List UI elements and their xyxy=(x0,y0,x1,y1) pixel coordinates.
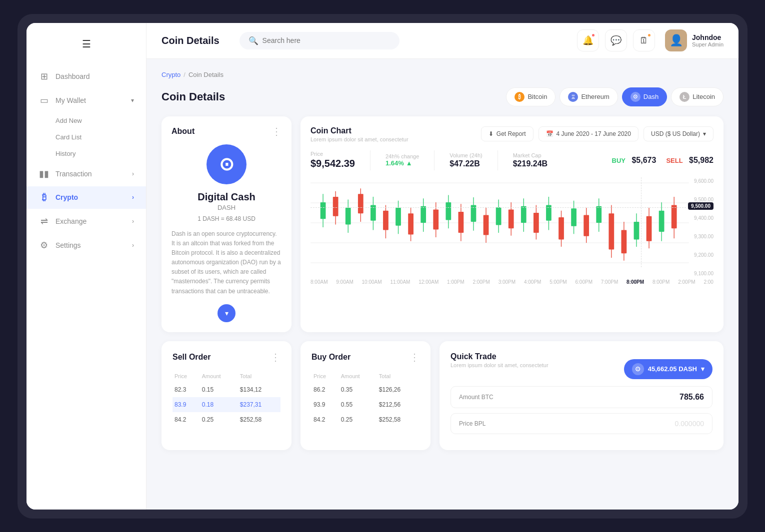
about-card-header: About ⋮ xyxy=(172,126,282,136)
price-metric: Price $9,542.39 xyxy=(310,151,355,169)
svg-rect-24 xyxy=(433,209,438,229)
sidebar-item-settings[interactable]: ⚙ Settings › xyxy=(26,234,146,257)
ethereum-icon: Ξ xyxy=(568,92,578,102)
chart-x-labels: 8:00AM 9:00AM 10:00AM 11:00AM 12:00AM 1:… xyxy=(310,279,714,285)
up-arrow-icon: ▲ xyxy=(406,159,412,167)
svg-rect-38 xyxy=(521,206,526,222)
chart-header: Coin Chart Lorem ipsum dolor sit amet, c… xyxy=(310,126,714,142)
table-row: 93.9 0.55 $212,56 xyxy=(312,397,420,412)
currency-selector[interactable]: USD ($ US Dollar) ▾ xyxy=(644,126,714,141)
breadcrumb-parent[interactable]: Crypto xyxy=(162,71,180,78)
sidebar-item-card-list[interactable]: Card List xyxy=(26,129,146,145)
coin-tab-bitcoin[interactable]: ₿ Bitcoin xyxy=(506,87,556,106)
sidebar: ☰ ⊞ Dashboard ▭ My Wallet ▾ Add New Card… xyxy=(26,23,146,510)
market-cap-metric: Market Cap $219.24B xyxy=(513,152,548,168)
coin-tab-ethereum[interactable]: Ξ Ethereum xyxy=(560,87,618,106)
buy-col-amount: Amount xyxy=(339,370,377,382)
price-bpl-field[interactable]: Price BPL 0.000000 xyxy=(450,413,712,434)
page-header: Coin Details ₿ Bitcoin Ξ Ethereum ⊙ Dash xyxy=(162,87,724,106)
chevron-down-icon: ▾ xyxy=(131,97,134,104)
volume-metric: Volume (24h) $47.22B xyxy=(450,152,482,168)
expand-button[interactable]: ▾ xyxy=(218,304,236,322)
sidebar-item-label: Dashboard xyxy=(56,72,90,80)
breadcrumb: Crypto / Coin Details xyxy=(162,71,724,78)
coin-tab-label: Dash xyxy=(644,93,658,100)
chart-svg xyxy=(310,177,714,277)
search-bar[interactable]: 🔍 xyxy=(240,32,400,49)
amount-btc-value: 785.66 xyxy=(680,393,704,402)
sidebar-header: ☰ xyxy=(26,33,146,65)
breadcrumb-current: Coin Details xyxy=(188,71,224,78)
sidebar-item-transaction[interactable]: ▮▮ Transaction › xyxy=(26,162,146,185)
coin-tab-litecoin[interactable]: Ł Litecoin xyxy=(671,87,724,106)
user-role: Super Admin xyxy=(692,41,724,47)
sidebar-item-exchange[interactable]: ⇌ Exchange › xyxy=(26,210,146,233)
buy-order-menu[interactable]: ⋮ xyxy=(410,352,420,362)
coin-tab-dash[interactable]: ⊙ Dash xyxy=(622,87,667,106)
wallet-icon: ▭ xyxy=(38,95,50,106)
user-details: Johndoe Super Admin xyxy=(692,33,724,47)
exchange-icon: ⇌ xyxy=(38,216,50,227)
sell-row2-price: 83.9 xyxy=(172,397,200,412)
sell-order-menu[interactable]: ⋮ xyxy=(270,352,280,362)
dashboard-icon: ⊞ xyxy=(38,71,50,82)
sidebar-item-crypto[interactable]: ₿ Crypto › xyxy=(26,186,146,209)
calendar-badge xyxy=(647,33,652,37)
buy-row2-price: 93.9 xyxy=(312,397,339,412)
date-range-button[interactable]: 📅 4 June 2020 - 17 June 2020 xyxy=(538,126,638,141)
amount-btc-field[interactable]: Amount BTC 785.66 xyxy=(450,386,712,408)
chart-title-group: Coin Chart Lorem ipsum dolor sit amet, c… xyxy=(310,126,408,142)
sell-row1-price: 82.3 xyxy=(172,382,200,397)
crypto-icon: ₿ xyxy=(38,192,50,203)
hamburger-icon[interactable]: ☰ xyxy=(82,38,91,50)
chevron-right-icon: › xyxy=(132,194,134,201)
buy-order-title: Buy Order xyxy=(312,353,350,362)
sell-col-amount: Amount xyxy=(200,370,238,382)
sell-row1-total: $134,12 xyxy=(238,382,280,397)
get-report-button[interactable]: ⬇ Get Report xyxy=(481,126,534,141)
search-input[interactable] xyxy=(262,36,390,44)
sidebar-item-label: Settings xyxy=(56,241,81,249)
buy-order-header: Buy Order ⋮ xyxy=(312,352,420,362)
about-menu-button[interactable]: ⋮ xyxy=(272,126,282,136)
notification-button[interactable]: 🔔 xyxy=(577,29,599,51)
svg-rect-34 xyxy=(496,207,502,225)
svg-rect-6 xyxy=(320,202,326,219)
coin-tab-label: Ethereum xyxy=(581,93,609,100)
sidebar-item-add-new[interactable]: Add New xyxy=(26,113,146,128)
message-button[interactable]: 💬 xyxy=(605,29,627,51)
calendar-button[interactable]: 🗓 xyxy=(633,29,655,51)
sell-row1-amount: 0.15 xyxy=(200,382,238,397)
buy-col-price: Price xyxy=(312,370,339,382)
price-bpl-label: Price BPL xyxy=(459,420,486,427)
breadcrumb-separator: / xyxy=(184,71,186,78)
coin-tab-label: Bitcoin xyxy=(528,93,547,100)
coin-description: Dash is an open source cryptocurrency. I… xyxy=(172,229,282,296)
svg-rect-16 xyxy=(383,210,388,230)
buy-row3-price: 84.2 xyxy=(312,412,339,427)
sell-row3-price: 84.2 xyxy=(172,412,200,427)
quick-trade-title-group: Quick Trade Lorem ipsum dolor sit amet, … xyxy=(450,352,548,368)
download-icon: ⬇ xyxy=(488,130,494,137)
sell-order-table: Price Amount Total 82.3 0.15 $134,12 xyxy=(172,370,280,427)
user-name: Johndoe xyxy=(692,33,724,41)
svg-rect-26 xyxy=(446,202,451,220)
dash-coin-icon: ⊙ xyxy=(632,363,644,375)
buy-row3-amount: 0.25 xyxy=(339,412,377,427)
chevron-right-icon: › xyxy=(132,218,134,225)
coin-tabs: ₿ Bitcoin Ξ Ethereum ⊙ Dash Ł xyxy=(506,87,724,106)
chevron-right-icon: › xyxy=(132,170,134,177)
page-title: Coin Details xyxy=(162,35,220,46)
sidebar-item-dashboard[interactable]: ⊞ Dashboard xyxy=(26,65,146,88)
qt-coin-selector[interactable]: ⊙ 45,662.05 DASH ▾ xyxy=(624,359,712,379)
calendar-icon: 📅 xyxy=(546,130,554,137)
svg-rect-36 xyxy=(508,209,514,228)
sidebar-item-history[interactable]: History xyxy=(26,146,146,161)
coin-logo: ⊙ xyxy=(206,144,246,184)
coin-symbol: DASH xyxy=(172,204,282,211)
sidebar-item-wallet[interactable]: ▭ My Wallet ▾ xyxy=(26,89,146,112)
sidebar-item-label: My Wallet xyxy=(56,96,86,104)
chart-metrics: Price $9,542.39 24h% change 1.64% ▲ xyxy=(310,150,714,170)
quick-trade-subtitle: Lorem ipsum dolor sit amet, consectetur xyxy=(450,362,548,368)
sell-col-total: Total xyxy=(238,370,280,382)
